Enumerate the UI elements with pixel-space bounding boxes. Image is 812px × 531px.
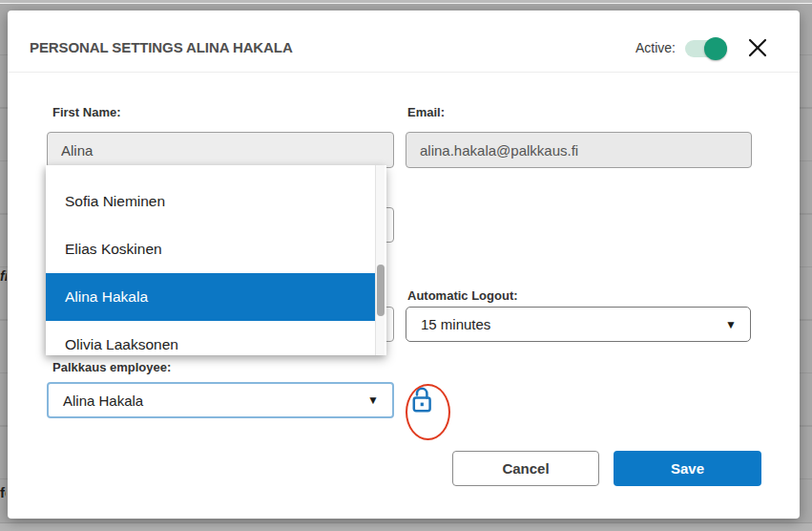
cancel-button[interactable]: Cancel — [452, 451, 599, 486]
list-item[interactable]: Olivia Laaksonen — [46, 321, 375, 355]
palkkaus-employee-label: Palkkaus employee: — [52, 360, 171, 374]
list-item[interactable]: Elias Koskinen — [46, 225, 375, 273]
toggle-knob-icon — [704, 37, 727, 60]
caret-down-icon: ▼ — [725, 318, 737, 331]
email-field[interactable] — [406, 132, 752, 168]
backdrop-bottom-strip — [0, 522, 812, 531]
list-item-selected[interactable]: Alina Hakala — [46, 273, 375, 321]
dialog-title: PERSONAL SETTINGS ALINA HAKALA — [30, 39, 293, 55]
close-icon[interactable] — [746, 36, 769, 59]
automatic-logout-select[interactable]: 15 minutes ▼ — [406, 307, 751, 342]
personal-settings-dialog: PERSONAL SETTINGS ALINA HAKALA Active: F… — [8, 11, 800, 519]
active-toggle-label: Active: — [635, 40, 676, 55]
first-name-label: First Name: — [52, 105, 121, 119]
list-item[interactable]: Sofia Nieminen — [46, 178, 375, 225]
palkkaus-employee-select[interactable]: Alina Hakala ▼ — [47, 382, 394, 418]
caret-down-icon: ▼ — [367, 393, 379, 407]
dimmed-backdrop: fi fe PERSONAL SETTINGS ALINA HAKALA Act… — [0, 0, 812, 531]
email-label: Email: — [407, 105, 445, 119]
header-divider — [8, 72, 800, 73]
palkkaus-employee-value: Alina Hakala — [63, 393, 143, 409]
dropdown-scrollbar[interactable] — [375, 165, 385, 355]
automatic-logout-label: Automatic Logout: — [407, 288, 518, 303]
name-suggestions-dropdown: Sofia Nieminen Elias Koskinen Alina Haka… — [46, 165, 386, 355]
active-toggle[interactable] — [685, 40, 727, 57]
scrollbar-thumb[interactable] — [377, 265, 385, 316]
background-text-fragment: fi — [0, 268, 7, 284]
automatic-logout-value: 15 minutes — [421, 316, 490, 332]
background-text-fragment: fe — [0, 484, 6, 500]
backdrop-top-strip — [0, 0, 812, 4]
first-name-input[interactable] — [47, 132, 394, 168]
lock-open-icon[interactable] — [409, 386, 434, 414]
save-button[interactable]: Save — [614, 451, 761, 486]
